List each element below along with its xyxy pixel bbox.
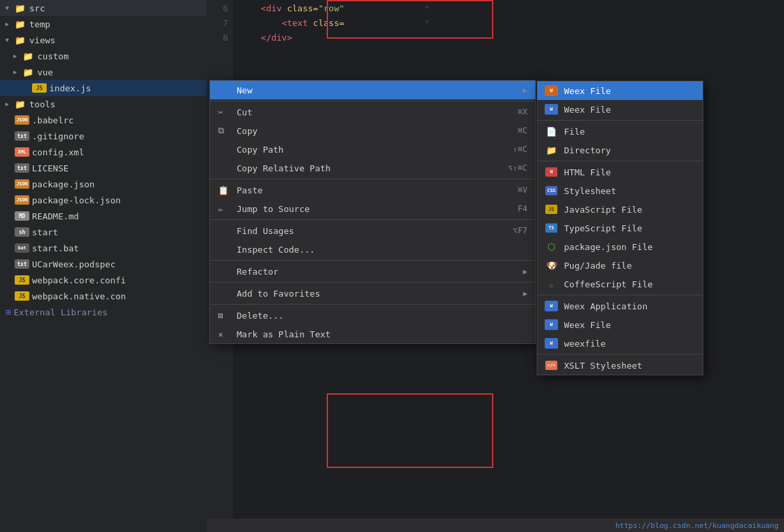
submenu-item-weexapp[interactable]: W Weex Application xyxy=(537,297,703,315)
menu-item-cut[interactable]: ✂ Cut ⌘X xyxy=(210,103,535,121)
tree-item-babelrc[interactable]: JSON .babelrc xyxy=(0,112,207,128)
submenu-item-css[interactable]: CSS Stylesheet xyxy=(537,181,703,200)
submenu-item-ts[interactable]: TS TypeScript File xyxy=(537,219,703,237)
submenu-label-pug: Pug/Jade file xyxy=(564,261,632,271)
submenu-icon-html: H xyxy=(544,166,559,178)
tree-item-webpackcore[interactable]: JS webpack.core.confi xyxy=(0,272,207,288)
menu-item-copyrelpath[interactable]: Copy Relative Path ⌥⇧⌘C xyxy=(210,159,535,177)
submenu-label-weexfile-second: Weex File xyxy=(564,105,611,115)
submenu-item-weexfile-second[interactable]: W Weex File xyxy=(537,100,703,119)
menu-label-new: New xyxy=(237,85,252,95)
menu-item-findusages[interactable]: Find Usages ⌥F7 xyxy=(210,221,535,240)
submenu-icon-packagejson: ⬡ xyxy=(544,241,559,253)
markasplain-icon: ✕ xyxy=(218,329,233,339)
weex-blue-icon-2: W xyxy=(545,104,558,115)
label-packagejson: package.json xyxy=(32,179,95,189)
submenu-item-coffee[interactable]: ☕ CoffeeScript File xyxy=(537,275,703,293)
submenu-icon-coffee: ☕ xyxy=(544,278,559,290)
url-bar: https://blog.csdn.net/kuangdacaikuang xyxy=(207,519,784,532)
folder-icon-custom: 📁 xyxy=(23,51,35,61)
menu-item-copy[interactable]: ⧉ Copy ⌘C xyxy=(210,121,535,140)
arrow-views: ▼ xyxy=(5,37,15,43)
ts-icon: TS xyxy=(545,223,557,233)
label-tools: tools xyxy=(29,99,55,109)
tree-item-src[interactable]: ▼ 📁 src xyxy=(0,0,207,16)
tree-item-custom[interactable]: ▶ 📁 custom xyxy=(0,48,207,64)
tree-item-readme[interactable]: MD README.md xyxy=(0,208,207,224)
weex-blue-icon-4: W xyxy=(545,338,558,349)
tree-item-startbat[interactable]: bat start.bat xyxy=(0,240,207,256)
menu-item-delete[interactable]: ⊠ Delete... xyxy=(210,306,535,325)
submenu-label-weexfile-bottom: Weex File xyxy=(564,320,611,330)
tree-item-podspec[interactable]: txt UCarWeex.podspec xyxy=(0,256,207,272)
badge-gitignore: txt xyxy=(15,131,29,141)
folder-icon-vue: 📁 xyxy=(23,67,35,77)
submenu-item-pug[interactable]: 🐶 Pug/Jade file xyxy=(537,256,703,275)
submenu-label-weexfile-top: Weex File xyxy=(564,86,611,96)
tree-item-vue[interactable]: ▶ 📁 vue xyxy=(0,64,207,80)
submenu-item-html[interactable]: H HTML File xyxy=(537,163,703,181)
submenu-icon-weexfile-bottom: W xyxy=(544,319,559,331)
folder-icon-tools: 📁 xyxy=(15,99,27,109)
submenu-sep-4 xyxy=(537,354,703,355)
submenu-label-packagejson: package.json File xyxy=(564,242,653,252)
submenu-icon-weexfile-lower: W xyxy=(544,337,559,349)
nodejs-icon: ⬡ xyxy=(547,241,555,252)
code-line-7: <text class= xyxy=(240,16,777,31)
label-license: LICENSE xyxy=(32,163,69,173)
menu-label-refactor: Refactor xyxy=(237,267,279,277)
menu-label-copy: Copy xyxy=(237,126,257,136)
menu-item-markasplain[interactable]: ✕ Mark as Plain Text xyxy=(210,325,535,343)
menu-item-refactor[interactable]: Refactor ▶ xyxy=(210,262,535,281)
menu-item-new[interactable]: New ▶ xyxy=(210,81,535,99)
submenu-label-js: JavaScript File xyxy=(564,205,642,215)
tree-item-indexjs[interactable]: JS index.js xyxy=(0,80,207,96)
tree-item-tools[interactable]: ▶ 📁 tools xyxy=(0,96,207,112)
menu-item-addtofav[interactable]: Add to Favorites ▶ xyxy=(210,284,535,303)
folder-icon-temp: 📁 xyxy=(15,19,27,29)
extlib-icon: ⊞ xyxy=(5,307,11,317)
tree-item-start[interactable]: sh start xyxy=(0,224,207,240)
submenu-label-xslt: XSLT Stylesheet xyxy=(564,361,642,371)
menu-item-inspectcode[interactable]: Inspect Code... xyxy=(210,240,535,259)
html-icon: H xyxy=(545,167,557,177)
external-libraries[interactable]: ⊞ External Libraries xyxy=(0,304,207,320)
tree-item-license[interactable]: txt LICENSE xyxy=(0,160,207,176)
menu-item-copypath[interactable]: Copy Path ⇧⌘C xyxy=(210,140,535,159)
menu-label-copyrelpath: Copy Relative Path xyxy=(237,163,331,173)
badge-license: txt xyxy=(15,163,29,173)
copy-shortcut: ⌘C xyxy=(518,126,527,135)
submenu-item-directory[interactable]: 📁 Directory xyxy=(537,141,703,159)
tree-item-webpacknative[interactable]: JS webpack.native.con xyxy=(0,288,207,304)
separator-6 xyxy=(210,304,535,305)
folder-icon-src: 📁 xyxy=(15,3,27,13)
submenu-item-weexfile-top[interactable]: W Weex File xyxy=(537,81,703,100)
badge-indexjs: JS xyxy=(32,83,47,93)
label-temp: temp xyxy=(29,19,50,29)
findusages-shortcut: ⌥F7 xyxy=(513,226,527,235)
submenu-item-file[interactable]: 📄 File xyxy=(537,122,703,141)
badge-babelrc: JSON xyxy=(15,115,29,125)
file-tree: ▼ 📁 src ▶ 📁 temp ▼ 📁 views ▶ 📁 custom ▶ … xyxy=(0,0,207,532)
submenu-item-xslt[interactable]: </> XSLT Stylesheet xyxy=(537,356,703,375)
tree-item-temp[interactable]: ▶ 📁 temp xyxy=(0,16,207,32)
tree-item-gitignore[interactable]: txt .gitignore xyxy=(0,128,207,144)
submenu-item-weexfile-lower[interactable]: W weexfile xyxy=(537,334,703,353)
tree-item-packagelockjson[interactable]: JSON package-lock.json xyxy=(0,192,207,208)
label-babelrc: .babelrc xyxy=(32,115,74,125)
tree-item-packagejson[interactable]: JSON package.json xyxy=(0,176,207,192)
arrow-custom: ▶ xyxy=(13,53,23,59)
submenu-item-weexfile-bottom[interactable]: W Weex File xyxy=(537,315,703,334)
copypath-shortcut: ⇧⌘C xyxy=(513,145,527,154)
menu-item-paste[interactable]: 📋 Paste ⌘V xyxy=(210,181,535,199)
tree-item-configxml[interactable]: XML config.xml xyxy=(0,144,207,160)
line-num-8: 8 xyxy=(207,31,233,45)
menu-item-jumptosource[interactable]: ✏ Jump to Source F4 xyxy=(210,199,535,218)
submenu-item-js[interactable]: JS JavaScript File xyxy=(537,200,703,219)
menu-label-paste: Paste xyxy=(237,185,263,195)
file-icon: 📄 xyxy=(546,127,557,137)
submenu-label-css: Stylesheet xyxy=(564,186,616,196)
submenu-item-packagejson[interactable]: ⬡ package.json File xyxy=(537,237,703,256)
tree-item-views[interactable]: ▼ 📁 views xyxy=(0,32,207,48)
label-packagelockjson: package-lock.json xyxy=(32,195,121,205)
